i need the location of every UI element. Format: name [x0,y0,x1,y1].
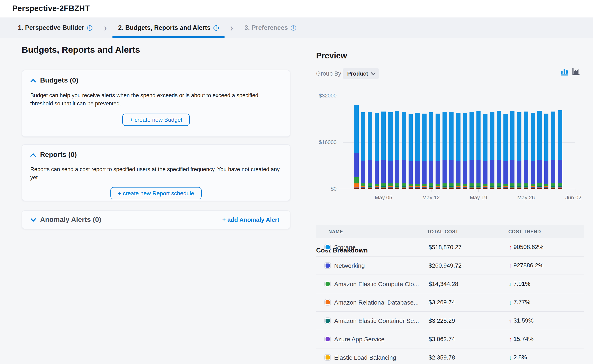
table-row-storage[interactable]: Storage$518,870.27↑90508.62% [316,238,584,257]
chevron-right-icon: › [104,22,107,33]
series-color [326,263,330,267]
tab-label: 2. Budgets, Reports and Alerts [118,24,211,32]
legend-swatch[interactable] [324,336,331,342]
legend-swatch[interactable] [324,280,331,287]
preview-heading: Preview [316,51,347,60]
legend-swatch[interactable] [324,299,331,305]
info-icon[interactable]: i [87,25,93,30]
y-axis-label: $16000 [304,139,337,145]
x-axis-label: May 26 [517,195,535,201]
row-cost-trend: ↓7.77% [509,299,530,306]
legend-swatch[interactable] [324,244,331,250]
group-by-value: Product [347,71,368,77]
row-total-cost: $3,225.29 [429,317,455,324]
chevron-up-icon[interactable] [30,78,36,83]
add-anomaly-alert-link[interactable]: + add Anomaly Alert [222,216,279,223]
chevron-up-icon[interactable] [30,152,36,158]
stacked-bar-may-26[interactable] [524,111,528,189]
stacked-bar-may-03[interactable] [368,112,372,189]
tab-preferences[interactable]: 3. Preferencesi [239,18,302,38]
x-axis-label: Jun 02 [565,195,581,201]
create-report-button[interactable]: + create new Report schedule [111,187,202,199]
stacked-bar-may-27[interactable] [531,113,535,189]
stacked-bar-may-04[interactable] [375,113,379,189]
row-name: Amazon Elastic Container Se... [334,317,419,324]
stacked-bar-may-12[interactable] [429,112,433,189]
reports-card: Reports (0) Reports can send a cost repo… [22,144,290,201]
page-title: Perspective-2FBZHT [12,4,90,13]
info-icon[interactable]: i [213,25,219,30]
trend-up-icon: ↑ [509,243,512,250]
stacked-bar-may-05[interactable] [381,111,386,189]
legend-swatch[interactable] [324,262,331,269]
perspective-page: Perspective-2FBZHT 1. Perspective Builde… [0,0,593,364]
trend-value: 90508.62% [513,244,544,250]
stacked-bar-may-07[interactable] [395,111,399,189]
table-row-azure-app-service[interactable]: Azure App Service$3,062.74↑15.74% [316,330,584,349]
x-axis-label: May 12 [422,195,440,201]
table-header: NAME TOTAL COST COST TREND [316,225,584,238]
group-by-dropdown[interactable]: Product [343,68,379,79]
stacked-bar-may-06[interactable] [388,112,393,189]
legend-swatch[interactable] [324,317,331,324]
stacked-bar-may-23[interactable] [503,114,508,189]
stacked-bar-may-14[interactable] [442,112,447,189]
stacked-bar-may-22[interactable] [497,111,501,189]
gridline [343,96,575,96]
stacked-bar-may-02[interactable] [361,112,365,189]
series-color [326,355,330,359]
section-heading: Budgets, Reports and Alerts [22,45,140,55]
stacked-bar-may-31[interactable] [558,110,562,189]
table-row-amazon-elastic-container-se[interactable]: Amazon Elastic Container Se...$3,225.29↑… [316,311,584,330]
row-name: Amazon Elastic Compute Clo... [334,280,419,287]
stacked-bar-may-10[interactable] [415,113,420,189]
stacked-bar-may-24[interactable] [510,111,515,189]
row-cost-trend: ↑90508.62% [509,243,544,250]
create-budget-button[interactable]: + create new Budget [122,114,190,126]
budgets-title: Budgets (0) [40,76,78,84]
top-bar: Perspective-2FBZHT [0,0,593,17]
trend-down-icon: ↓ [509,354,512,361]
column-header-trend: COST TREND [508,229,541,234]
stacked-bar-may-28[interactable] [537,111,542,189]
x-axis-label: May 05 [375,195,392,201]
stacked-bar-may-13[interactable] [436,114,440,189]
tab-bar: 1. Perspective Builderi›2. Budgets, Repo… [0,18,593,38]
table-row-elastic-load-balancing[interactable]: Elastic Load Balancing$2,359.78↓2.8% [316,348,584,364]
trend-down-icon: ↓ [509,280,512,287]
table-row-amazon-elastic-compute-clo[interactable]: Amazon Elastic Compute Clo...$14,344.28↓… [316,274,584,293]
viewport: Perspective-2FBZHT 1. Perspective Builde… [0,0,593,364]
row-name: Azure App Service [334,335,385,342]
budgets-card: Budgets (0) Budget can help you receive … [22,70,290,137]
bar-chart-icon[interactable] [560,67,569,76]
stacked-bar-may-01[interactable] [354,105,359,189]
x-axis-tick [431,189,432,192]
tab-perspective-builder[interactable]: 1. Perspective Builderi [12,18,98,38]
stacked-bar-may-25[interactable] [517,112,521,189]
table-row-networking[interactable]: Networking$260,949.72↑927886.2% [316,256,584,275]
stacked-bar-may-11[interactable] [422,114,426,189]
stacked-bar-may-15[interactable] [449,112,453,189]
y-axis-label: $0 [304,186,337,192]
stacked-bar-may-19[interactable] [476,111,481,189]
stacked-bar-may-16[interactable] [456,113,460,189]
legend-swatch[interactable] [324,354,331,361]
y-axis-label: $32000 [304,92,337,99]
tab-budgets-reports-and-alerts[interactable]: 2. Budgets, Reports and Alertsi [113,18,225,38]
stacked-bar-may-17[interactable] [463,113,467,189]
stacked-bar-may-21[interactable] [490,112,494,189]
info-icon[interactable]: i [291,25,296,30]
table-row-amazon-relational-database[interactable]: Amazon Relational Database...$3,269.74↓7… [316,293,584,312]
area-chart-icon[interactable] [572,67,580,76]
stacked-bar-may-20[interactable] [483,114,487,189]
tab-label: 3. Preferences [245,24,288,32]
stacked-bar-may-18[interactable] [469,112,474,189]
chevron-down-icon[interactable] [30,217,36,223]
stacked-bar-may-30[interactable] [551,111,555,189]
stacked-bar-may-09[interactable] [409,114,413,189]
stacked-bar-may-08[interactable] [402,112,406,189]
x-axis-label: May 19 [470,195,487,201]
series-color [326,300,330,304]
row-total-cost: $14,344.28 [429,280,458,287]
stacked-bar-may-29[interactable] [544,114,549,189]
